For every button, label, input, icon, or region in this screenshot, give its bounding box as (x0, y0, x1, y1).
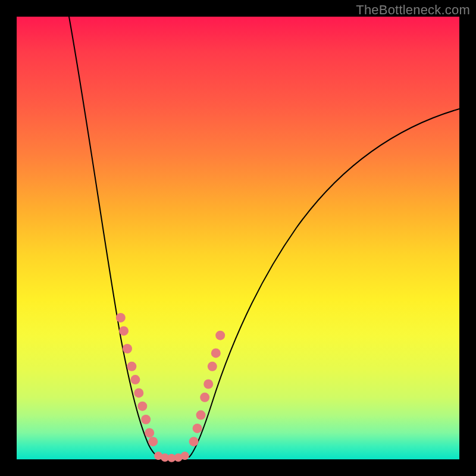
plot-area (17, 17, 459, 459)
data-marker (116, 313, 126, 322)
data-marker (141, 415, 151, 424)
curve-right-branch (189, 109, 459, 457)
data-marker (119, 326, 129, 336)
data-marker (148, 437, 158, 446)
data-marker (208, 362, 217, 371)
curve-left-branch (69, 17, 159, 457)
data-marker (200, 393, 209, 402)
bottleneck-curve (17, 17, 459, 459)
data-marker (181, 452, 189, 460)
data-marker (189, 437, 199, 446)
data-marker (134, 388, 143, 397)
data-marker (196, 411, 206, 420)
data-marker (215, 331, 225, 340)
data-marker (193, 424, 202, 433)
marker-group (116, 313, 225, 462)
data-marker (203, 380, 213, 389)
chart-container: TheBottleneck.com (0, 0, 476, 476)
data-marker (127, 362, 136, 371)
watermark-text: TheBottleneck.com (356, 2, 470, 18)
data-marker (123, 344, 132, 353)
data-marker (211, 348, 221, 358)
data-marker (130, 375, 140, 384)
data-marker (145, 428, 154, 437)
data-marker (137, 402, 147, 411)
